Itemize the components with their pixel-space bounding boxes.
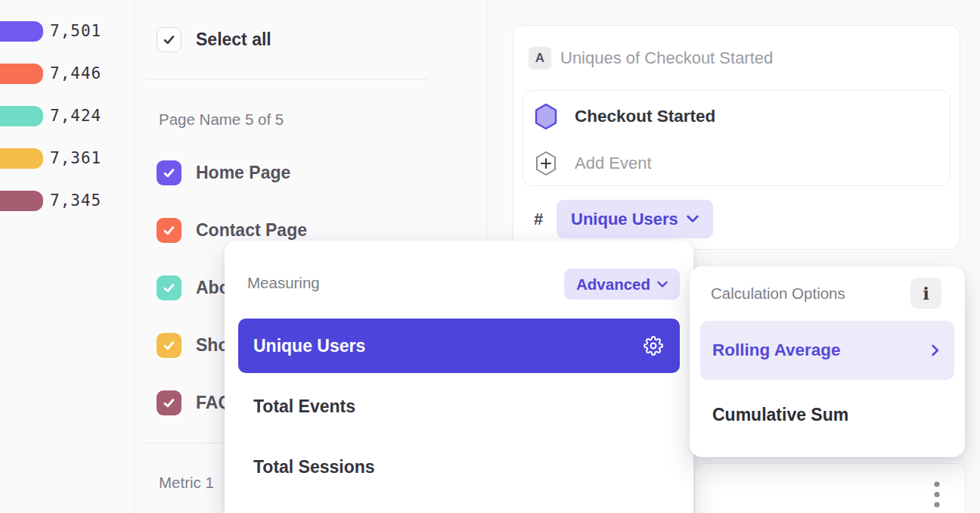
measure-dropdown-button[interactable]: Unique Users (557, 200, 713, 238)
checkbox-contact-page[interactable] (157, 218, 181, 243)
kebab-menu-icon[interactable] (934, 481, 940, 511)
calculation-options-menu: Calculation Options i Rolling Average Cu… (690, 266, 965, 457)
event-row[interactable]: Checkout Started (534, 103, 851, 132)
chevron-right-icon (932, 344, 939, 356)
checkmark-icon (162, 166, 176, 180)
divider-vertical-left (134, 0, 135, 513)
event-name[interactable]: Checkout Started (575, 104, 715, 129)
checkbox-about-page[interactable] (157, 275, 181, 300)
measure-value: Unique Users (571, 210, 678, 229)
breakdown-card (694, 463, 966, 513)
measuring-menu: Measuring Advanced Unique Users Total Ev… (225, 241, 693, 513)
series-bar (0, 148, 43, 169)
add-event-row[interactable]: Add Event (535, 151, 852, 178)
menu-option-unique-users[interactable]: Unique Users (238, 319, 680, 373)
series-bar (0, 106, 43, 126)
info-icon[interactable]: i (910, 278, 941, 309)
advanced-mode-dropdown[interactable]: Advanced (564, 269, 680, 300)
group-label: Page Name 5 of 5 (159, 110, 284, 129)
series-badge[interactable]: A (529, 47, 551, 70)
series-bar (0, 64, 43, 84)
checkbox-faq-page[interactable] (157, 390, 181, 415)
checkmark-icon (162, 33, 176, 47)
menu-option-total-sessions[interactable]: Total Sessions (253, 452, 375, 482)
app-canvas: 7,501 7,446 7,424 7,361 7,345 Select all… (0, 0, 980, 513)
checkmark-icon (162, 338, 176, 353)
checkbox-shop-page[interactable] (157, 333, 181, 358)
checkmark-icon (162, 396, 176, 410)
measuring-title: Measuring (247, 274, 320, 292)
chevron-down-icon (657, 281, 668, 288)
series-value: 7,501 (50, 21, 101, 42)
checkmark-icon (162, 281, 176, 295)
series-title: Uniques of Checkout Started (560, 47, 773, 70)
series-value: 7,361 (50, 148, 101, 169)
series-value: 7,345 (50, 191, 101, 211)
select-all-checkbox[interactable] (157, 27, 181, 52)
metric-label: Metric 1 (159, 474, 214, 492)
series-bar (0, 21, 43, 42)
menu-option-total-events[interactable]: Total Events (253, 391, 355, 421)
series-value: 7,424 (50, 106, 101, 126)
series-value: 7,446 (50, 64, 101, 84)
select-all-label[interactable]: Select all (196, 27, 271, 52)
calc-option-rolling-average[interactable]: Rolling Average (700, 321, 954, 380)
menu-option-label: Unique Users (253, 336, 365, 356)
hexagon-icon (534, 103, 558, 130)
plus-hexagon-icon (535, 151, 557, 176)
calc-option-label: Rolling Average (712, 340, 841, 360)
checkbox-home-page[interactable] (157, 160, 181, 185)
calculation-options-title: Calculation Options (711, 278, 845, 309)
query-builder-card: A Uniques of Checkout Started Checkout S… (513, 25, 960, 250)
measure-prefix: # (534, 200, 543, 238)
item-label[interactable]: Home Page (196, 160, 290, 185)
divider-horizontal (146, 79, 427, 79)
calc-option-cumulative-sum[interactable]: Cumulative Sum (712, 400, 848, 430)
checkmark-icon (162, 223, 176, 238)
series-bar (0, 191, 43, 211)
advanced-mode-label: Advanced (576, 275, 650, 294)
item-label[interactable]: Contact Page (196, 218, 307, 243)
gear-icon[interactable] (644, 336, 663, 356)
chevron-down-icon (687, 215, 699, 223)
add-event-label[interactable]: Add Event (575, 152, 652, 175)
event-list-card: Checkout Started Add Event (523, 90, 951, 186)
